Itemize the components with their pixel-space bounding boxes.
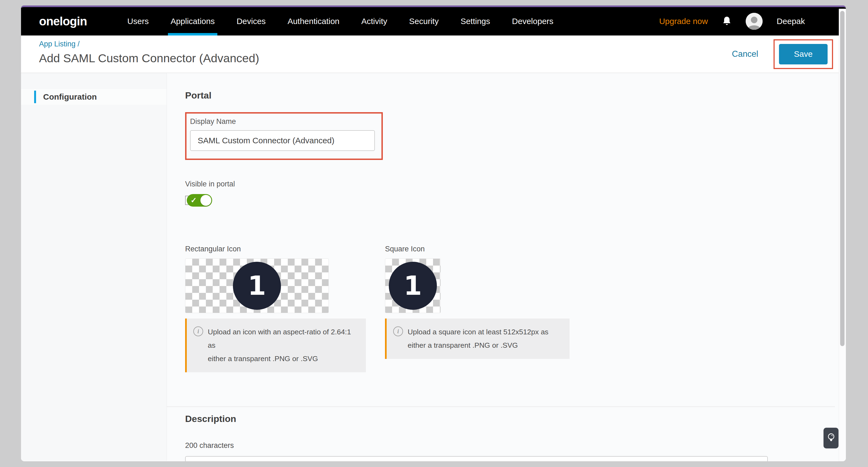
- help-lightbulb-button[interactable]: [824, 428, 838, 448]
- rectangular-icon-upload[interactable]: 1: [185, 258, 329, 313]
- visible-in-portal-block: Visible in portal ✓: [185, 180, 835, 207]
- lightbulb-icon: [827, 432, 836, 444]
- page-header-left: App Listing / Add SAML Custom Connector …: [39, 35, 259, 72]
- page-header-actions: Cancel Save: [732, 35, 833, 72]
- visible-in-portal-label: Visible in portal: [185, 180, 835, 188]
- square-icon-column: Square Icon 1 i Upload a square icon at …: [385, 245, 569, 372]
- person-icon: [746, 13, 763, 30]
- navbar-right: Upgrade now Deepak: [659, 13, 805, 30]
- user-avatar[interactable]: [746, 13, 763, 30]
- app-logo-numeral: 1: [404, 273, 422, 299]
- nav-item-devices[interactable]: Devices: [225, 7, 277, 35]
- cancel-link[interactable]: Cancel: [732, 49, 758, 59]
- sidebar-item-configuration[interactable]: Configuration: [21, 89, 166, 105]
- app-logo-circle: 1: [233, 262, 281, 310]
- rectangular-icon-label: Rectangular Icon: [185, 245, 366, 253]
- top-navbar: onelogin Users Applications Devices Auth…: [21, 7, 846, 35]
- description-heading: Description: [185, 413, 835, 424]
- rectangular-icon-note-text: Upload an icon with an aspect-ratio of 2…: [208, 325, 359, 366]
- page-header: App Listing / Add SAML Custom Connector …: [21, 35, 846, 73]
- scrollbar-thumb[interactable]: [840, 11, 844, 346]
- annotation-box-save: Save: [774, 39, 833, 69]
- info-icon: i: [193, 326, 203, 336]
- user-name[interactable]: Deepak: [777, 17, 805, 26]
- visible-in-portal-toggle[interactable]: ✓: [187, 194, 212, 207]
- page-body: Configuration Portal Display Name Visibl…: [21, 73, 846, 461]
- nav-item-developers[interactable]: Developers: [501, 7, 564, 35]
- page-title: Add SAML Custom Connector (Advanced): [39, 52, 259, 65]
- rectangular-icon-note: i Upload an icon with an aspect-ratio of…: [185, 318, 366, 372]
- square-icon-note-text: Upload a square icon at least 512x512px …: [408, 325, 549, 352]
- display-name-input[interactable]: [190, 130, 375, 151]
- sidebar: Configuration: [21, 73, 167, 461]
- primary-nav: Users Applications Devices Authenticatio…: [116, 7, 564, 35]
- info-icon: i: [393, 326, 403, 336]
- breadcrumb[interactable]: App Listing /: [39, 40, 80, 48]
- active-indicator-bar: [34, 91, 36, 103]
- square-icon-upload[interactable]: 1: [385, 258, 441, 313]
- section-divider: [167, 406, 835, 407]
- rectangular-icon-column: Rectangular Icon 1 i Upload an icon with…: [185, 245, 366, 372]
- square-icon-note: i Upload a square icon at least 512x512p…: [385, 318, 569, 359]
- nav-item-applications[interactable]: Applications: [160, 7, 226, 35]
- nav-item-settings[interactable]: Settings: [450, 7, 501, 35]
- display-name-label: Display Name: [190, 117, 376, 126]
- nav-item-users[interactable]: Users: [116, 7, 159, 35]
- app-window: onelogin Users Applications Devices Auth…: [21, 5, 846, 461]
- icon-upload-row: Rectangular Icon 1 i Upload an icon with…: [185, 245, 835, 372]
- app-logo-circle: 1: [389, 262, 437, 310]
- onelogin-logo[interactable]: onelogin: [39, 14, 87, 28]
- nav-item-activity[interactable]: Activity: [350, 7, 398, 35]
- portal-heading: Portal: [185, 90, 835, 101]
- save-button[interactable]: Save: [779, 44, 828, 64]
- notification-bell-icon[interactable]: [722, 16, 732, 27]
- nav-item-security[interactable]: Security: [398, 7, 450, 35]
- sidebar-item-label: Configuration: [43, 92, 97, 101]
- description-textarea[interactable]: [185, 456, 768, 461]
- toggle-knob: [200, 195, 211, 206]
- scrollbar-track[interactable]: [839, 9, 846, 461]
- char-limit-label: 200 characters: [185, 441, 835, 450]
- upgrade-now-link[interactable]: Upgrade now: [659, 17, 708, 26]
- main-content: Portal Display Name Visible in portal ✓ …: [167, 73, 846, 461]
- square-icon-label: Square Icon: [385, 245, 569, 253]
- app-logo-numeral: 1: [248, 273, 266, 299]
- nav-item-authentication[interactable]: Authentication: [277, 7, 350, 35]
- annotation-box-display-name: Display Name: [185, 112, 383, 160]
- visible-in-portal-toggle-wrap: ✓: [185, 194, 212, 207]
- check-icon: ✓: [191, 197, 197, 204]
